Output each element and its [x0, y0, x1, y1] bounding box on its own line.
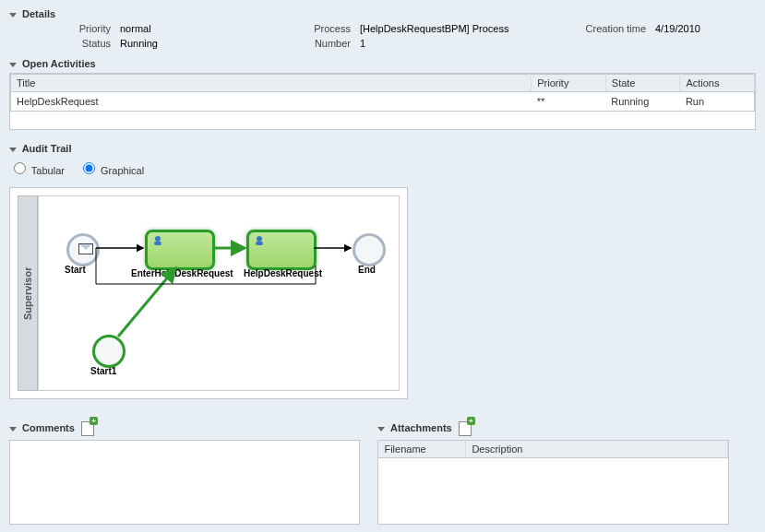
radio-graphical-input[interactable] [83, 162, 95, 174]
col-actions[interactable]: Actions [680, 75, 755, 92]
attachments-panel: Attachments Filename Description [377, 418, 728, 525]
lane-supervisor: Supervisor [18, 195, 38, 391]
attachments-header[interactable]: Attachments [377, 421, 728, 436]
creation-label: Creation time [572, 23, 646, 34]
collapse-icon [9, 63, 17, 67]
col-title[interactable]: Title [11, 75, 532, 92]
add-attachment-icon[interactable] [459, 421, 472, 436]
attachments-table-container: Filename Description [377, 440, 728, 525]
diagram-canvas[interactable]: Start EnterHelpDeskRequest HelpDeskReque… [38, 195, 400, 391]
svg-line-7 [118, 268, 175, 337]
priority-value: normal [120, 23, 286, 34]
table-row[interactable]: HelpDeskRequest ** Running Run [11, 92, 755, 112]
audit-view-toggle: Tabular Graphical [9, 160, 756, 176]
details-section: Details Priority normal Process [HelpDes… [0, 0, 765, 529]
col-description[interactable]: Description [466, 441, 727, 458]
cell-action-run[interactable]: Run [680, 92, 755, 112]
collapse-icon [9, 427, 17, 432]
number-value: 1 [360, 38, 563, 49]
add-comment-icon[interactable] [81, 421, 94, 436]
details-grid: Priority normal Process [HelpDeskRequest… [37, 23, 756, 49]
status-value: Running [120, 38, 286, 49]
radio-tabular-input[interactable] [14, 162, 26, 174]
comments-panel: Comments [9, 418, 360, 525]
radio-tabular[interactable]: Tabular [9, 165, 67, 176]
bottom-panels: Comments Attachments Filename Descriptio… [9, 418, 756, 525]
cell-state: Running [605, 92, 680, 112]
details-title: Details [22, 8, 55, 19]
radio-graphical-label: Graphical [101, 165, 144, 176]
attachments-table: Filename Description [378, 441, 727, 458]
collapse-icon [9, 13, 17, 18]
comments-header[interactable]: Comments [9, 421, 360, 436]
col-filename[interactable]: Filename [378, 441, 465, 458]
radio-tabular-label: Tabular [31, 165, 65, 176]
creation-value: 4/19/2010 [655, 23, 765, 34]
cell-priority[interactable]: ** [532, 92, 606, 112]
open-activities-table-container: Title Priority State Actions HelpDeskReq… [9, 73, 756, 130]
status-label: Status [37, 38, 111, 49]
comments-list [9, 440, 360, 525]
diagram-container: Supervisor Start EnterHelpDeskRequest He… [9, 187, 408, 399]
process-label: Process [295, 23, 351, 34]
audit-trail-header[interactable]: Audit Trail [9, 143, 756, 154]
details-header[interactable]: Details [9, 8, 756, 19]
radio-graphical[interactable]: Graphical [78, 165, 144, 176]
priority-label: Priority [37, 23, 111, 34]
open-activities-title: Open Activities [22, 58, 96, 69]
open-activities-table: Title Priority State Actions HelpDeskReq… [10, 74, 755, 112]
attachments-title: Attachments [390, 422, 452, 433]
audit-trail-title: Audit Trail [22, 143, 72, 154]
number-label: Number [295, 38, 351, 49]
col-priority[interactable]: Priority [532, 75, 606, 92]
col-state[interactable]: State [605, 75, 680, 92]
collapse-icon [377, 427, 385, 432]
process-value: [HelpDeskRequestBPM] Process [360, 23, 563, 34]
comments-title: Comments [22, 422, 75, 433]
open-activities-header[interactable]: Open Activities [9, 58, 756, 69]
collapse-icon [9, 148, 17, 152]
cell-title: HelpDeskRequest [11, 92, 532, 112]
diagram-connectors [39, 196, 399, 390]
